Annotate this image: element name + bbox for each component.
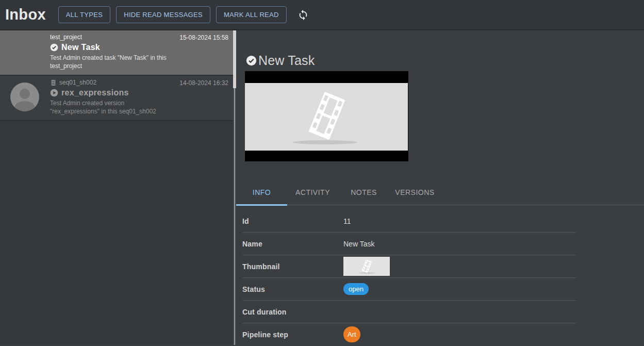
message-title: rex_expressions (61, 88, 129, 97)
sync-icon (298, 9, 309, 21)
refresh-button[interactable] (298, 9, 310, 21)
play-circle-icon (50, 89, 58, 97)
message-title: New Task (61, 43, 100, 52)
table-row-status: Status open (242, 278, 576, 301)
table-row-pipeline-step: Pipeline step Art (242, 323, 576, 345)
info-table: Id 11 Name New Task Thumbnail (242, 210, 576, 345)
page-title: Inbox (5, 6, 46, 23)
row-value: 11 (343, 217, 351, 225)
tab-notes[interactable]: NOTES (338, 180, 389, 205)
film-placeholder-icon (296, 85, 356, 149)
video-placeholder (245, 83, 408, 151)
video-preview (245, 71, 408, 161)
table-row-thumbnail: Thumbnail (242, 255, 576, 278)
avatar (10, 83, 39, 111)
row-label: Thumbnail (242, 262, 343, 271)
row-label: Id (242, 217, 343, 225)
detail-title: New Task (246, 53, 644, 68)
table-row-cut-duration: Cut duration (242, 301, 576, 323)
tab-versions[interactable]: VERSIONS (389, 180, 440, 205)
message-item-new-task[interactable]: test_project 15-08-2024 15:58 New Task T… (0, 30, 233, 76)
message-description: Test Admin created version "rex_expressi… (50, 100, 232, 116)
row-label: Pipeline step (242, 331, 343, 339)
tab-info[interactable]: INFO (236, 180, 287, 205)
tab-activity[interactable]: ACTIVITY (287, 180, 338, 205)
status-badge: open (343, 283, 369, 295)
inbox-message-list: test_project 15-08-2024 15:58 New Task T… (0, 30, 233, 345)
row-label: Name (242, 240, 343, 248)
row-label: Cut duration (242, 308, 343, 316)
table-row-id: Id 11 (242, 210, 576, 233)
pipeline-step-badge: Art (343, 326, 360, 342)
detail-tabs: INFO ACTIVITY NOTES VERSIONS (236, 180, 644, 205)
detail-title-text: New Task (258, 53, 315, 68)
message-item-rex-expressions[interactable]: seq01_sh002 14-08-2024 16:32 rex_express… (0, 76, 233, 121)
message-description: Test Admin created task "New Task" in th… (50, 54, 232, 71)
message-date: 14-08-2024 16:32 (179, 79, 228, 87)
hide-read-messages-button[interactable]: HIDE READ MESSAGES (116, 6, 210, 23)
detail-panel: New Task (236, 30, 644, 345)
content-area: test_project 15-08-2024 15:58 New Task T… (0, 30, 644, 345)
thumbnail-image (343, 257, 390, 276)
check-circle-icon (246, 55, 257, 66)
message-context: seq01_sh002 (59, 79, 96, 86)
message-context: test_project (50, 34, 82, 41)
mark-all-read-button[interactable]: MARK ALL READ (216, 6, 287, 23)
table-row-name: Name New Task (242, 233, 576, 255)
check-circle-icon (50, 43, 58, 52)
row-label: Status (242, 285, 343, 293)
row-value: New Task (343, 240, 374, 248)
topbar: Inbox ALL TYPES HIDE READ MESSAGES MARK … (0, 0, 644, 30)
film-strip-icon (50, 79, 57, 86)
all-types-button[interactable]: ALL TYPES (58, 6, 110, 23)
message-date: 15-08-2024 15:58 (179, 34, 228, 41)
